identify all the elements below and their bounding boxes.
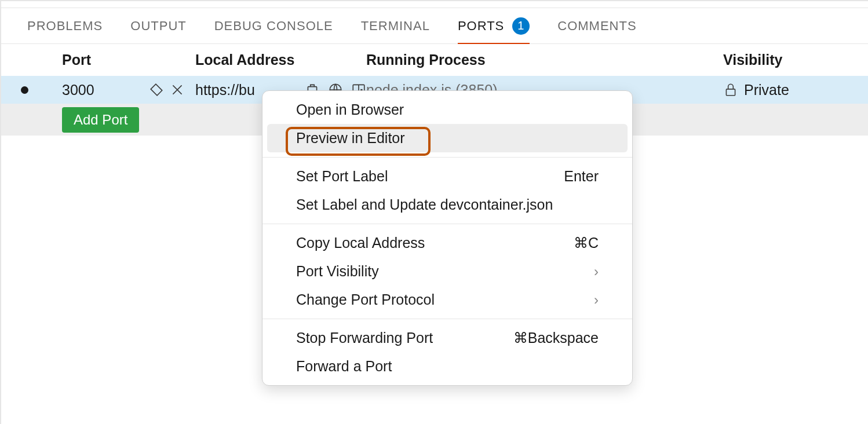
tab-debug-console[interactable]: DEBUG CONSOLE — [214, 8, 333, 43]
add-port-button[interactable]: Add Port — [62, 107, 139, 133]
menu-divider — [262, 319, 632, 319]
port-status-indicator — [13, 86, 36, 94]
panel-tabs: PROBLEMS OUTPUT DEBUG CONSOLE TERMINAL P… — [1, 8, 868, 44]
lock-icon — [723, 82, 738, 97]
close-icon[interactable] — [170, 82, 185, 97]
menu-forward-a-port[interactable]: Forward a Port — [262, 352, 632, 381]
header-visibility: Visibility — [723, 52, 856, 68]
ports-count-badge: 1 — [512, 17, 530, 35]
port-number: 3000 — [62, 82, 94, 98]
visibility-text: Private — [744, 82, 789, 98]
tab-ports[interactable]: PORTS 1 — [458, 8, 530, 43]
menu-set-port-label[interactable]: Set Port Label Enter — [262, 162, 632, 191]
menu-divider — [262, 224, 632, 224]
menu-change-port-protocol[interactable]: Change Port Protocol › — [262, 286, 632, 314]
menu-divider — [262, 157, 632, 158]
menu-open-in-browser-label: Open in Browser — [296, 101, 404, 118]
chevron-right-icon: › — [594, 292, 599, 308]
menu-port-visibility[interactable]: Port Visibility › — [262, 257, 632, 286]
tab-output[interactable]: OUTPUT — [130, 8, 186, 43]
status-dot-icon — [21, 86, 28, 94]
menu-preview-in-editor-label: Preview in Editor — [296, 130, 405, 147]
label-icon[interactable] — [149, 82, 164, 97]
tab-comments[interactable]: COMMENTS — [557, 8, 636, 43]
header-local-address: Local Address — [195, 52, 366, 68]
tab-ports-label: PORTS — [458, 19, 504, 34]
menu-stop-forwarding-port[interactable]: Stop Forwarding Port ⌘Backspace — [262, 324, 632, 352]
menu-stop-forwarding-port-text: Stop Forwarding Port — [296, 330, 433, 346]
chevron-right-icon: › — [594, 264, 599, 280]
ports-table-header: Port Local Address Running Process Visib… — [1, 44, 868, 76]
context-menu: Open in Browser Preview in Editor Set Po… — [262, 90, 633, 386]
menu-open-in-browser[interactable]: Open in Browser — [262, 96, 632, 124]
header-port: Port — [36, 52, 195, 68]
menu-copy-local-address-shortcut: ⌘C — [574, 235, 599, 251]
header-running-process: Running Process — [366, 52, 723, 68]
menu-forward-a-port-text: Forward a Port — [296, 358, 392, 375]
local-address-text: https://bu — [195, 82, 255, 98]
port-cell: 3000 — [36, 82, 195, 98]
menu-set-label-update[interactable]: Set Label and Update devcontainer.json — [262, 191, 632, 219]
tab-problems[interactable]: PROBLEMS — [27, 8, 103, 43]
menu-stop-forwarding-port-shortcut: ⌘Backspace — [513, 330, 599, 346]
tab-terminal[interactable]: TERMINAL — [361, 8, 430, 43]
menu-preview-in-editor[interactable]: Preview in Editor — [267, 124, 628, 152]
menu-port-visibility-text: Port Visibility — [296, 263, 379, 280]
menu-set-label-update-text: Set Label and Update devcontainer.json — [296, 196, 553, 213]
port-actions — [149, 82, 185, 97]
menu-change-port-protocol-text: Change Port Protocol — [296, 291, 435, 308]
svg-rect-3 — [726, 89, 735, 96]
menu-set-port-label-text: Set Port Label — [296, 168, 388, 185]
menu-copy-local-address-text: Copy Local Address — [296, 235, 425, 251]
top-spacer — [1, 1, 868, 8]
menu-set-port-label-shortcut: Enter — [564, 168, 599, 185]
visibility-cell: Private — [723, 82, 856, 98]
menu-copy-local-address[interactable]: Copy Local Address ⌘C — [262, 229, 632, 257]
